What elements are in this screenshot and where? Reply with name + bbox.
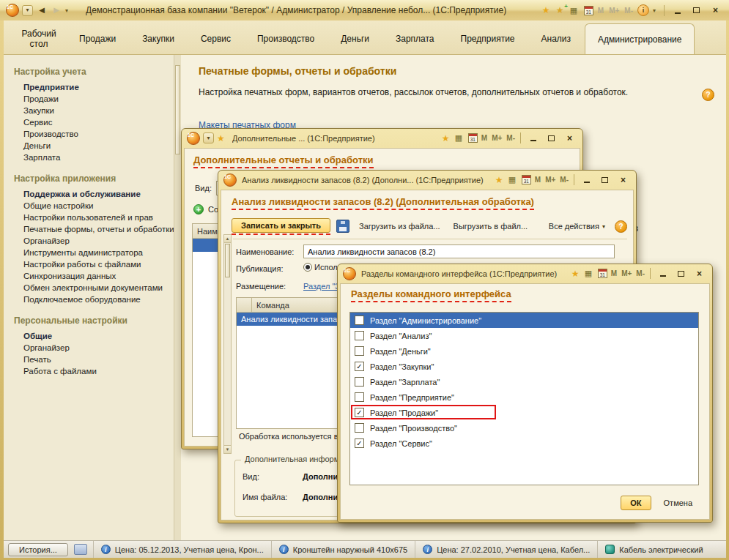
sidebar-item[interactable]: Производство [14, 128, 174, 140]
sidebar-item[interactable]: Поддержка и обслуживание [14, 188, 174, 200]
sidebar-item[interactable]: Синхронизация данных [14, 270, 174, 282]
sidebar-item[interactable]: Подключаемое оборудование [14, 294, 174, 305]
add-favorite-icon[interactable]: ★ [556, 5, 566, 15]
back-icon[interactable]: ◀ [36, 4, 48, 16]
maximize-button[interactable] [689, 4, 704, 17]
scale-m-plus-button[interactable]: М+ [621, 269, 632, 277]
tab-производство[interactable]: Производство [245, 23, 327, 54]
close-button[interactable]: × [615, 173, 631, 186]
sidebar-item[interactable]: Печатные формы, отчеты и обработки [14, 223, 174, 235]
scale-m-minus-button[interactable]: М- [559, 176, 569, 184]
help-icon[interactable]: ? [615, 220, 627, 233]
tab-администрирование[interactable]: Администрирование [585, 23, 695, 54]
scroll-thumb[interactable] [225, 244, 230, 277]
main-titlebar[interactable]: 1С ▾ ◀ ▶ ▾ Демонстрационная база компани… [0, 0, 729, 20]
load-from-file-button[interactable]: Загрузить из файла... [355, 220, 444, 233]
tab-предприятие[interactable]: Предприятие [448, 23, 528, 54]
scale-m-button[interactable]: М [610, 269, 618, 277]
minimize-button[interactable] [655, 267, 670, 280]
ok-button[interactable]: ОК [621, 496, 651, 510]
scale-m-minus-button[interactable]: М- [506, 134, 516, 142]
scale-m-minus-button[interactable]: М- [623, 7, 634, 15]
sidebar-item[interactable]: Деньги [14, 140, 174, 152]
checkbox[interactable] [355, 331, 364, 340]
favorites-star-icon[interactable]: ★ [495, 175, 506, 185]
scroll-up-icon[interactable]: ▲ [224, 235, 231, 243]
sidebar-item[interactable]: Общие настройки [14, 200, 174, 212]
tab-деньги[interactable]: Деньги [328, 23, 382, 54]
status-segment[interactable]: iЦена: 27.02.2010, Учетная цена, Кабел..… [415, 541, 597, 558]
scale-m-button[interactable]: М [597, 7, 604, 15]
tab-продажи[interactable]: Продажи [67, 23, 128, 54]
minimize-button[interactable] [670, 4, 685, 17]
service-windows-icon[interactable] [74, 544, 87, 555]
section-row[interactable]: Раздел "Производство" [350, 420, 698, 436]
info-icon[interactable]: i [637, 4, 649, 16]
tab-рабочий-стол[interactable]: Рабочий стол [12, 23, 65, 54]
checkbox[interactable]: ✓ [355, 438, 364, 448]
section-row[interactable]: Раздел "Предприятие" [350, 389, 698, 405]
menu-chevron-icon[interactable]: ▾ [203, 132, 214, 143]
sidebar-item[interactable]: Работа с файлами [14, 365, 174, 377]
window-titlebar[interactable]: 1С Разделы командного интерфейса (1С:Пре… [338, 264, 712, 283]
checkbox[interactable]: ✓ [355, 362, 364, 371]
minimize-button[interactable] [579, 173, 594, 186]
checkbox[interactable] [355, 377, 364, 387]
calendar-icon[interactable]: 31 [468, 133, 478, 143]
1c-logo-icon[interactable]: 1С [6, 4, 19, 17]
save-icon[interactable] [336, 220, 349, 233]
window-titlebar[interactable]: 1С Анализ ликвидности запасов (8.2) (Доп… [218, 171, 636, 189]
section-row[interactable]: Раздел "Деньги" [350, 343, 698, 359]
sidebar-item[interactable]: Обмен электронными документами [14, 282, 174, 294]
favorites-star-icon[interactable]: ★ [571, 269, 582, 279]
section-row[interactable]: ✓Раздел "Продажи" [350, 405, 698, 420]
maximize-button[interactable] [597, 173, 613, 186]
calculator-icon[interactable]: ▦ [508, 175, 519, 184]
maximize-button[interactable] [673, 267, 689, 280]
close-button[interactable]: × [692, 267, 707, 280]
tab-анализ[interactable]: Анализ [529, 23, 584, 54]
section-row[interactable]: ✓Раздел "Сервис" [350, 436, 698, 451]
checkbox[interactable] [355, 423, 364, 433]
status-segment[interactable]: iЦена: 05.12.2013, Учетная цена, Крон... [93, 541, 271, 558]
minimize-button[interactable] [525, 132, 541, 144]
close-button[interactable]: × [708, 4, 723, 17]
all-actions-button[interactable]: Все действия ▾ [545, 220, 609, 233]
scale-m-minus-button[interactable]: М- [635, 269, 645, 277]
checkbox[interactable] [355, 316, 364, 325]
status-segment[interactable]: iКронштейн наружный 410х675 [271, 541, 415, 558]
scale-m-button[interactable]: М [534, 176, 541, 184]
sidebar-item[interactable]: Настройки пользователей и прав [14, 212, 174, 223]
sidebar-item[interactable]: Сервис [14, 116, 174, 128]
unload-to-file-button[interactable]: Выгрузить в файл... [450, 220, 532, 233]
scale-m-button[interactable]: М [481, 134, 488, 142]
calculator-icon[interactable]: ▦ [585, 269, 595, 278]
section-row[interactable]: Раздел "Анализ" [350, 328, 698, 343]
scale-m-plus-button[interactable]: М+ [491, 134, 503, 142]
help-icon[interactable]: ? [702, 89, 714, 101]
status-segment[interactable]: Кабель электрический [597, 541, 710, 558]
sidebar-item[interactable]: Закупки [14, 105, 174, 116]
checkbox[interactable]: ✓ [355, 408, 364, 417]
scroll-down-icon[interactable]: ▼ [224, 445, 231, 453]
sidebar-item[interactable]: Настройки работы с файлами [14, 258, 174, 270]
create-plus-icon[interactable]: + [193, 204, 204, 214]
main-menu-chevron-icon[interactable]: ▾ [22, 5, 33, 16]
window-titlebar[interactable]: 1С ▾ ★ Дополнительные ... (1С:Предприяти… [182, 129, 582, 147]
checkbox[interactable] [355, 392, 364, 402]
sidebar-item[interactable]: Предприятие [14, 81, 174, 93]
history-chevron-icon[interactable]: ▾ [65, 7, 71, 14]
section-row[interactable]: ✓Раздел "Закупки" [350, 359, 698, 374]
tab-закупки[interactable]: Закупки [130, 23, 187, 54]
calendar-icon[interactable]: 31 [584, 6, 593, 15]
section-row[interactable]: Раздел "Зарплата" [350, 374, 698, 389]
sidebar-item[interactable]: Продажи [14, 93, 174, 105]
sidebar-item[interactable]: Печать [14, 354, 174, 365]
sections-list[interactable]: Раздел "Администрирование"Раздел "Анализ… [349, 312, 699, 485]
scale-m-plus-button[interactable]: М+ [544, 176, 556, 184]
checkbox[interactable] [355, 346, 364, 356]
sidebar-item[interactable]: Зарплата [14, 152, 174, 163]
sidebar-item[interactable]: Органайзер [14, 235, 174, 247]
history-button[interactable]: История... [8, 543, 68, 556]
tab-сервис[interactable]: Сервис [188, 23, 243, 54]
